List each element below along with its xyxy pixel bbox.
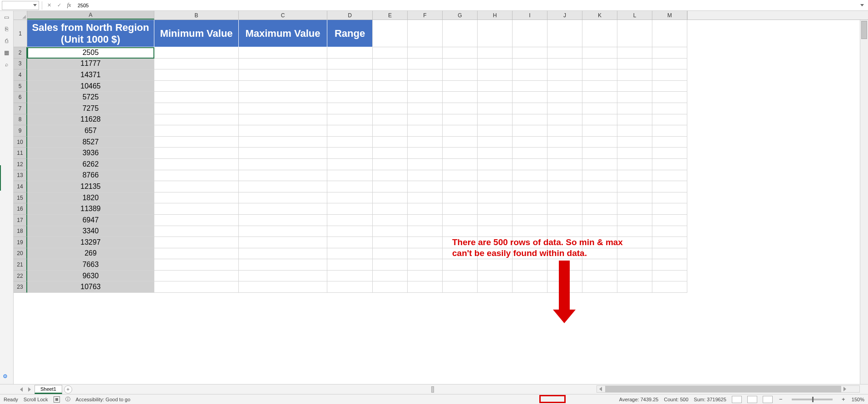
cell[interactable]: [373, 159, 408, 170]
cell-B[interactable]: [154, 148, 239, 159]
cell-C[interactable]: [239, 114, 327, 126]
cell-B[interactable]: [154, 226, 239, 237]
cell[interactable]: [443, 159, 478, 170]
cell[interactable]: [478, 81, 513, 92]
paste-icon[interactable]: ⎘: [3, 25, 11, 33]
cell[interactable]: [652, 92, 687, 103]
cell[interactable]: [652, 215, 687, 226]
cell-B[interactable]: [154, 215, 239, 226]
cell-A[interactable]: 11389: [27, 203, 154, 215]
cell-C[interactable]: [239, 137, 327, 148]
find-icon[interactable]: ⌕: [3, 61, 11, 68]
cell[interactable]: [408, 259, 443, 271]
cell-B[interactable]: [154, 103, 239, 114]
cell[interactable]: [547, 59, 582, 70]
cell[interactable]: [443, 248, 478, 260]
sheet-tab[interactable]: Sheet1: [35, 385, 62, 394]
cell[interactable]: [547, 203, 582, 215]
cell-D[interactable]: [327, 92, 373, 103]
cell[interactable]: [443, 181, 478, 192]
cell[interactable]: [443, 281, 478, 293]
cell-A[interactable]: 3936: [27, 148, 154, 159]
cell-C[interactable]: [239, 159, 327, 170]
cell[interactable]: [652, 47, 687, 59]
cell[interactable]: [443, 170, 478, 182]
cell[interactable]: [617, 114, 652, 126]
cell[interactable]: [617, 215, 652, 226]
macro-recording-icon[interactable]: [54, 396, 60, 403]
cell[interactable]: [582, 125, 617, 137]
cell[interactable]: [652, 148, 687, 159]
cell-B[interactable]: [154, 114, 239, 126]
cell-A[interactable]: 5725: [27, 92, 154, 103]
cell[interactable]: [373, 92, 408, 103]
cell[interactable]: [513, 114, 547, 126]
tab-split-handle[interactable]: [431, 386, 434, 393]
cell-B[interactable]: [154, 271, 239, 282]
cell[interactable]: [373, 69, 408, 81]
cell[interactable]: [408, 103, 443, 114]
cell-A[interactable]: 9630: [27, 271, 154, 282]
cell[interactable]: [408, 203, 443, 215]
cell[interactable]: [617, 125, 652, 137]
cell[interactable]: [478, 192, 513, 204]
cell-D[interactable]: [327, 248, 373, 260]
cell[interactable]: [582, 20, 617, 47]
zoom-slider-knob[interactable]: [812, 397, 814, 402]
cell-C[interactable]: [239, 92, 327, 103]
cell-C[interactable]: [239, 47, 327, 59]
cell[interactable]: [547, 148, 582, 159]
cell[interactable]: [617, 248, 652, 260]
cell[interactable]: [443, 137, 478, 148]
cell-A[interactable]: 7275: [27, 103, 154, 114]
cell[interactable]: [513, 192, 547, 204]
cell[interactable]: [513, 237, 547, 248]
cell[interactable]: [408, 114, 443, 126]
cell-A[interactable]: 8527: [27, 137, 154, 148]
cell[interactable]: [408, 226, 443, 237]
table-icon[interactable]: ▦: [3, 49, 11, 56]
column-header-I[interactable]: I: [513, 11, 547, 20]
cell[interactable]: [478, 114, 513, 126]
cell[interactable]: [582, 59, 617, 70]
cell[interactable]: [513, 20, 547, 47]
cell[interactable]: [513, 69, 547, 81]
cell-C[interactable]: [239, 181, 327, 192]
cell[interactable]: [513, 259, 547, 271]
tab-nav-next[interactable]: [26, 386, 33, 393]
cell-D[interactable]: [327, 259, 373, 271]
cell-D[interactable]: [327, 125, 373, 137]
cell[interactable]: [652, 81, 687, 92]
cell[interactable]: [617, 192, 652, 204]
row-header[interactable]: 9: [14, 125, 27, 137]
cell[interactable]: [652, 271, 687, 282]
page-layout-view-button[interactable]: [747, 396, 757, 403]
cell-A[interactable]: 6262: [27, 159, 154, 170]
row-header[interactable]: 5: [14, 81, 27, 92]
cell[interactable]: [513, 215, 547, 226]
hscroll-left[interactable]: [597, 386, 604, 392]
cell-D[interactable]: [327, 170, 373, 182]
cell-D[interactable]: [327, 148, 373, 159]
insert-function-button[interactable]: fx: [65, 1, 73, 10]
cell[interactable]: [408, 92, 443, 103]
cell-C[interactable]: [239, 103, 327, 114]
cell[interactable]: [478, 215, 513, 226]
cell[interactable]: [652, 59, 687, 70]
cell-A[interactable]: 657: [27, 125, 154, 137]
cell-D[interactable]: [327, 69, 373, 81]
cell[interactable]: [478, 125, 513, 137]
cell[interactable]: [547, 137, 582, 148]
cell[interactable]: [408, 181, 443, 192]
column-header-J[interactable]: J: [547, 11, 582, 20]
cell[interactable]: [443, 92, 478, 103]
cell[interactable]: [408, 159, 443, 170]
cancel-formula-button[interactable]: ✕: [45, 1, 53, 10]
cell-B[interactable]: [154, 237, 239, 248]
cell[interactable]: [373, 215, 408, 226]
zoom-level[interactable]: 150%: [852, 397, 864, 402]
cell-A[interactable]: 2505: [27, 47, 154, 59]
cell[interactable]: [373, 281, 408, 293]
cell-B[interactable]: [154, 59, 239, 70]
cell[interactable]: [408, 215, 443, 226]
